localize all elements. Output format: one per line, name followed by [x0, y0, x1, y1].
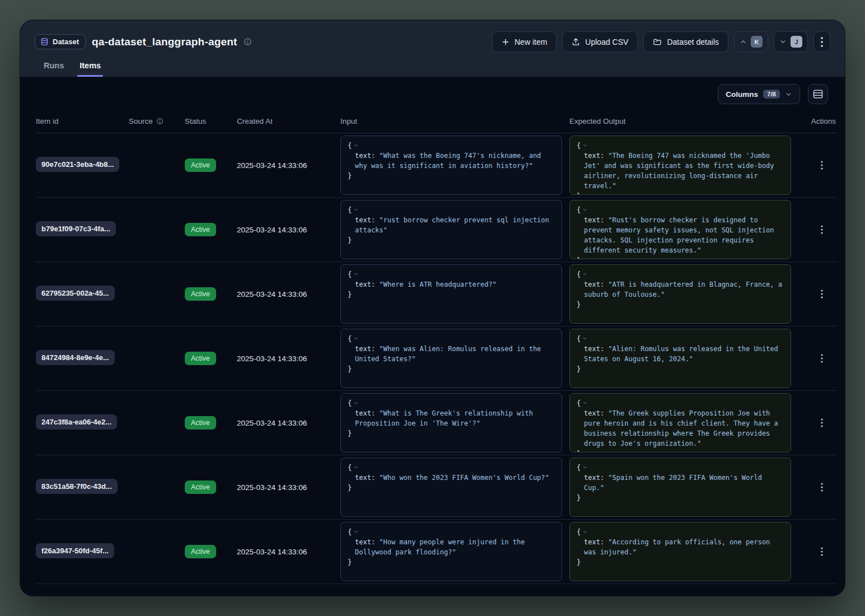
input-text-value: "How many people were injured in the Dol… — [355, 538, 525, 556]
tab-items[interactable]: Items — [77, 61, 103, 77]
collapse-chevron-icon[interactable] — [353, 272, 358, 277]
collapse-chevron-icon[interactable] — [353, 336, 358, 341]
expected-output-json-block[interactable]: { text: "ATR is headquartered in Blagnac… — [569, 264, 791, 324]
created-at-value: 2025-03-24 14:33:06 — [237, 483, 340, 492]
expected-output-text-value: "Rust's borrow checker is designed to pr… — [584, 216, 774, 254]
kebab-menu-icon — [821, 290, 823, 298]
expected-output-text-value: "According to park officials, one person… — [584, 538, 770, 556]
tab-bar: Runs Items — [41, 61, 830, 77]
info-icon[interactable] — [156, 118, 163, 125]
table-toolbar: Columns 7/8 — [20, 77, 845, 110]
status-badge: Active — [185, 545, 216, 558]
collapse-chevron-icon[interactable] — [582, 336, 587, 341]
new-item-button[interactable]: New item — [492, 31, 557, 52]
input-text-value: "When was Alien: Romulus released in the… — [355, 345, 541, 363]
item-id-pill[interactable]: 62795235-002a-45... — [36, 286, 115, 301]
input-json-block[interactable]: { text: "When was Alien: Romulus release… — [340, 329, 562, 388]
collapse-chevron-icon[interactable] — [353, 529, 358, 534]
input-json-block[interactable]: { text: "What was the Boeing 747's nickn… — [340, 136, 562, 195]
app-window: Dataset qa-dataset_langgraph-agent New i… — [20, 20, 845, 596]
columns-label: Columns — [726, 90, 758, 99]
expected-output-json-block[interactable]: { text: "Spain won the 2023 FIFA Women's… — [569, 458, 791, 517]
collapse-chevron-icon[interactable] — [582, 272, 587, 277]
kebab-menu-icon — [821, 418, 823, 427]
table-body: 90e7c021-3eba-4b8... Active 2025-03-24 1… — [36, 133, 837, 584]
input-json-block[interactable]: { text: "rust borrow checker prevent sql… — [340, 200, 562, 259]
expected-output-json-block[interactable]: { text: "Alien: Romulus was released in … — [569, 329, 791, 388]
item-id-pill[interactable]: 90e7c021-3eba-4b8... — [36, 157, 119, 172]
expected-output-json-block[interactable]: { text: "The Boeing 747 was nicknamed th… — [569, 136, 791, 195]
row-actions-button[interactable] — [815, 222, 829, 237]
column-header-item-id[interactable]: Item id — [36, 117, 129, 125]
status-badge: Active — [185, 416, 216, 430]
row-actions-button[interactable] — [815, 158, 829, 172]
row-actions-button[interactable] — [815, 351, 829, 366]
plus-icon — [502, 38, 509, 46]
expected-output-json-block[interactable]: { text: "According to park officials, on… — [569, 522, 791, 581]
input-text-value: "Where is ATR headquartered?" — [379, 281, 497, 288]
item-id-pill[interactable]: 84724984-8e9e-4e... — [36, 350, 115, 365]
item-id-pill[interactable]: 247c3f8a-ea06-4e2... — [36, 414, 117, 430]
upload-csv-label: Upload CSV — [585, 38, 628, 46]
row-height-button[interactable] — [808, 84, 828, 104]
dataset-type-badge[interactable]: Dataset — [35, 34, 86, 49]
input-text-value: "What is The Greek's relationship with P… — [355, 409, 533, 427]
chevron-down-icon — [779, 38, 787, 45]
prev-item-button[interactable]: K — [734, 31, 768, 52]
collapse-chevron-icon[interactable] — [582, 400, 587, 405]
item-id-pill[interactable]: f26a3947-50fd-45f... — [36, 543, 114, 558]
collapse-chevron-icon[interactable] — [353, 465, 358, 470]
tab-runs[interactable]: Runs — [41, 61, 66, 77]
database-icon — [40, 38, 49, 46]
created-at-value: 2025-03-24 14:33:06 — [237, 419, 340, 427]
item-id-pill[interactable]: 83c51a58-7f0c-43d... — [36, 479, 118, 494]
collapse-chevron-icon[interactable] — [353, 207, 358, 212]
kebab-menu-icon — [821, 225, 823, 234]
column-header-source[interactable]: Source — [129, 117, 185, 125]
page-title: qa-dataset_langgraph-agent — [92, 36, 237, 48]
collapse-chevron-icon[interactable] — [582, 143, 587, 148]
table-row: 90e7c021-3eba-4b8... Active 2025-03-24 1… — [36, 133, 837, 198]
items-table: Item id Source Status Created At Input E… — [20, 110, 845, 584]
chevron-down-icon — [785, 91, 792, 98]
columns-selector-button[interactable]: Columns 7/8 — [718, 84, 800, 104]
collapse-chevron-icon[interactable] — [353, 143, 358, 148]
collapse-chevron-icon[interactable] — [582, 465, 587, 470]
expected-output-json-block[interactable]: { text: "Rust's borrow checker is design… — [569, 200, 791, 259]
kebab-menu-icon — [821, 161, 823, 170]
kebab-menu-icon — [821, 354, 823, 363]
input-json-block[interactable]: { text: "What is The Greek's relationshi… — [340, 393, 562, 452]
column-header-created-at[interactable]: Created At — [237, 117, 340, 125]
row-height-icon — [813, 90, 823, 99]
table-row: 84724984-8e9e-4e... Active 2025-03-24 14… — [36, 326, 837, 391]
columns-count-badge: 7/8 — [763, 90, 780, 99]
dataset-details-button[interactable]: Dataset details — [643, 31, 728, 52]
input-json-block[interactable]: { text: "Where is ATR headquartered?" } — [340, 264, 562, 324]
kebab-menu-icon — [821, 547, 823, 556]
info-icon[interactable] — [244, 38, 252, 46]
column-header-input[interactable]: Input — [340, 117, 569, 125]
row-actions-button[interactable] — [815, 544, 829, 559]
input-json-block[interactable]: { text: "Who won the 2023 FIFA Women's W… — [340, 458, 562, 517]
column-header-expected-output[interactable]: Expected Output — [569, 117, 793, 125]
status-badge: Active — [185, 223, 216, 236]
input-json-block[interactable]: { text: "How many people were injured in… — [340, 522, 562, 581]
collapse-chevron-icon[interactable] — [582, 207, 587, 212]
row-actions-button[interactable] — [815, 287, 829, 301]
created-at-value: 2025-03-24 14:33:06 — [237, 354, 340, 363]
source-header-label: Source — [129, 117, 153, 125]
collapse-chevron-icon[interactable] — [353, 400, 358, 405]
expected-output-text-value: "The Greek supplies Proposition Joe with… — [584, 409, 778, 447]
upload-icon — [572, 38, 580, 46]
column-header-status[interactable]: Status — [185, 117, 237, 125]
row-actions-button[interactable] — [815, 480, 829, 494]
expected-output-json-block[interactable]: { text: "The Greek supplies Proposition … — [569, 393, 791, 452]
next-item-button[interactable]: J — [774, 31, 808, 52]
item-id-pill[interactable]: b79e1f09-07c3-4fa... — [36, 221, 116, 236]
collapse-chevron-icon[interactable] — [582, 529, 587, 534]
upload-csv-button[interactable]: Upload CSV — [562, 31, 638, 52]
header: Dataset qa-dataset_langgraph-agent New i… — [20, 20, 845, 77]
row-actions-button[interactable] — [815, 416, 829, 430]
expected-output-text-value: "ATR is headquartered in Blagnac, France… — [584, 281, 782, 298]
header-more-actions-button[interactable] — [813, 31, 830, 52]
